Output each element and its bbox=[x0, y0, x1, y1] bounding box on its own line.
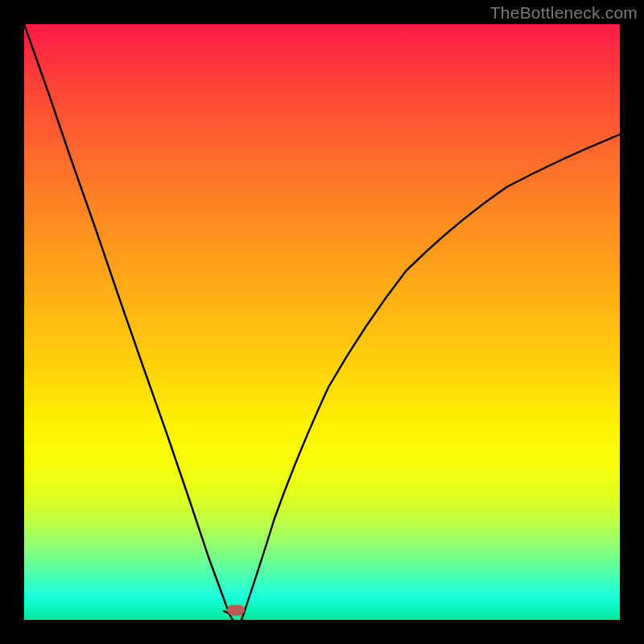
valley-marker bbox=[227, 605, 245, 616]
curve-left-branch bbox=[24, 24, 233, 620]
watermark-text: TheBottleneck.com bbox=[490, 3, 638, 23]
curve-right-branch bbox=[242, 134, 620, 620]
chart-container: TheBottleneck.com bbox=[0, 0, 644, 644]
bottleneck-curve bbox=[24, 24, 620, 620]
plot-area bbox=[24, 24, 620, 620]
